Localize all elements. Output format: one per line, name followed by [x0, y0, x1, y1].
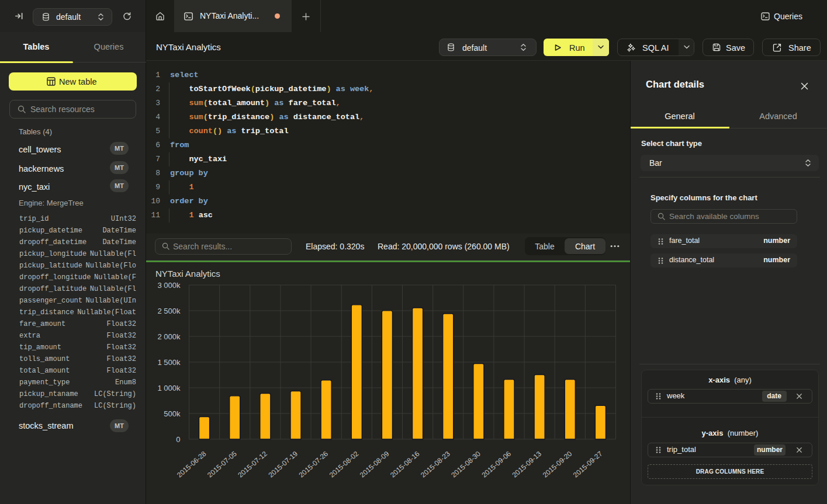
- svg-text:2 500k: 2 500k: [157, 307, 181, 315]
- svg-text:2015-09-20: 2015-09-20: [541, 449, 574, 479]
- svg-text:2015-07-12: 2015-07-12: [236, 449, 269, 479]
- svg-text:2015-08-16: 2015-08-16: [389, 449, 421, 479]
- svg-text:2015-07-19: 2015-07-19: [267, 449, 299, 479]
- svg-text:2015-06-28: 2015-06-28: [175, 449, 208, 479]
- svg-text:0: 0: [176, 435, 180, 444]
- svg-text:2 000k: 2 000k: [157, 332, 181, 341]
- svg-text:3 000k: 3 000k: [157, 281, 181, 290]
- svg-text:1 500k: 1 500k: [157, 358, 181, 367]
- svg-text:2015-09-27: 2015-09-27: [572, 449, 604, 479]
- svg-text:NYTaxi Analytics: NYTaxi Analytics: [155, 269, 220, 279]
- svg-text:2015-08-09: 2015-08-09: [358, 449, 391, 479]
- svg-text:2015-07-05: 2015-07-05: [206, 449, 238, 479]
- svg-text:2015-08-23: 2015-08-23: [419, 449, 452, 479]
- svg-text:2015-08-30: 2015-08-30: [449, 449, 482, 479]
- svg-text:500k: 500k: [164, 409, 181, 418]
- svg-text:2015-09-13: 2015-09-13: [511, 449, 544, 479]
- svg-text:2015-09-06: 2015-09-06: [480, 449, 513, 479]
- svg-text:2015-08-02: 2015-08-02: [328, 449, 361, 479]
- svg-text:1 000k: 1 000k: [157, 384, 181, 392]
- svg-text:2015-07-26: 2015-07-26: [297, 449, 330, 479]
